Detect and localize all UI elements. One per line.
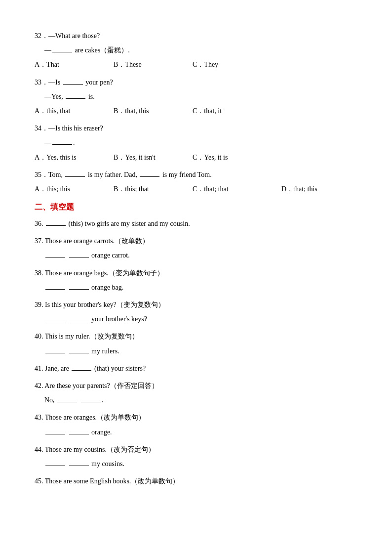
- q32-option-a: A．That: [35, 58, 114, 71]
- q43-text: 43. Those are oranges.（改为单数句）: [35, 411, 362, 424]
- question-45: 45. Those are some English books.（改为单数句）: [35, 475, 362, 487]
- q43-blank1: [45, 434, 65, 434]
- q39-answer: your brother's keys?: [44, 313, 362, 325]
- q33-option-a: A．this, that: [35, 105, 114, 117]
- q39-blank1: [45, 321, 65, 321]
- q34-option-a: A．Yes, this is: [35, 151, 114, 164]
- q34-blank: [52, 144, 72, 145]
- question-37: 37. Those are orange carrots.（改单数） orang…: [35, 235, 362, 261]
- q33-blank2: [66, 98, 85, 99]
- q38-blank2: [69, 289, 89, 290]
- question-35: 35．Tom, is my father. Dad, is my friend …: [35, 169, 362, 195]
- q33-option-c: C．that, it: [193, 105, 272, 117]
- q35-prompt: 35．Tom, is my father. Dad, is my friend …: [35, 169, 362, 181]
- q42-answer: No, .: [44, 394, 362, 406]
- q43-answer: orange.: [44, 426, 362, 438]
- q44-text: 44. Those are my cousins.（改为否定句）: [35, 443, 362, 456]
- q40-blank1: [45, 353, 65, 353]
- q39-text: 39. Is this your brother's key?（变为复数句）: [35, 299, 362, 311]
- q37-blank1: [45, 257, 65, 257]
- q40-answer: my rulers.: [44, 345, 362, 357]
- q33-option-b: B．that, this: [114, 105, 193, 117]
- q32-option-b: B．These: [114, 58, 193, 71]
- q43-blank2: [69, 434, 89, 434]
- q35-blank1: [65, 176, 85, 177]
- q35-options: A．this; this B．this; that C．that; that D…: [35, 183, 362, 195]
- question-39: 39. Is this your brother's key?（变为复数句） y…: [35, 299, 362, 325]
- q35-option-d: D．that; this: [281, 183, 360, 195]
- question-32: 32．—What are those? — are cakes（蛋糕）. A．T…: [35, 30, 362, 71]
- q40-blank2: [69, 353, 89, 353]
- q32-prompt: 32．—What are those?: [35, 30, 362, 42]
- q38-text: 38. Those are orange bags.（变为单数句子）: [35, 267, 362, 279]
- q34-option-b: B．Yes, it isn't: [114, 151, 193, 164]
- question-34: 34．—Is this his eraser? —. A．Yes, this i…: [35, 122, 362, 164]
- q35-option-a: A．this; this: [35, 183, 114, 195]
- q39-blank2: [69, 321, 89, 321]
- q32-options: A．That B．These C．They: [35, 58, 362, 71]
- q37-blank2: [69, 257, 89, 257]
- question-36: 36. (this) two girls are my sister and m…: [35, 217, 362, 230]
- q37-answer: orange carrot.: [44, 249, 362, 261]
- q32-option-c: C．They: [193, 58, 272, 71]
- question-40: 40. This is my ruler.（改为复数句） my rulers.: [35, 330, 362, 357]
- q37-text: 37. Those are orange carrots.（改单数）: [35, 235, 362, 247]
- q42-blank2: [81, 402, 101, 402]
- question-38: 38. Those are orange bags.（变为单数句子） orang…: [35, 267, 362, 294]
- q33-prompt: 33．—Is your pen?: [35, 76, 362, 88]
- q35-blank2: [140, 176, 159, 177]
- page-content: 32．—What are those? — are cakes（蛋糕）. A．T…: [35, 30, 362, 487]
- q44-answer: my cousins.: [44, 458, 362, 470]
- question-43: 43. Those are oranges.（改为单数句） orange.: [35, 411, 362, 438]
- q44-blank1: [45, 466, 65, 466]
- q33-options: A．this, that B．that, this C．that, it: [35, 105, 362, 117]
- question-44: 44. Those are my cousins.（改为否定句） my cous…: [35, 443, 362, 470]
- q34-prompt: 34．—Is this his eraser?: [35, 122, 362, 134]
- q41-blank: [72, 370, 91, 371]
- q40-text: 40. This is my ruler.（改为复数句）: [35, 330, 362, 342]
- question-42: 42. Are these your parents?（作否定回答） No, .: [35, 380, 362, 406]
- section2-title: 二、填空题: [35, 202, 362, 213]
- q36-text: 36. (this) two girls are my sister and m…: [35, 217, 362, 230]
- q33-sub: —Yes, is.: [44, 90, 362, 103]
- q36-blank: [46, 225, 66, 226]
- question-33: 33．—Is your pen? —Yes, is. A．this, that …: [35, 76, 362, 118]
- q32-blank: [52, 52, 72, 52]
- q33-blank1: [63, 84, 83, 85]
- q44-blank2: [69, 466, 89, 466]
- q38-answer: orange bag.: [44, 281, 362, 294]
- q42-blank1: [57, 402, 77, 402]
- q45-text: 45. Those are some English books.（改为单数句）: [35, 475, 362, 487]
- q38-blank1: [45, 289, 65, 290]
- question-41: 41. Jane, are (that) your sisters?: [35, 362, 362, 375]
- q34-option-c: C．Yes, it is: [193, 151, 272, 164]
- q42-text: 42. Are these your parents?（作否定回答）: [35, 380, 362, 392]
- q35-option-b: B．this; that: [114, 183, 193, 195]
- q34-options: A．Yes, this is B．Yes, it isn't C．Yes, it…: [35, 151, 362, 164]
- q32-sub: — are cakes（蛋糕）.: [44, 44, 362, 56]
- q41-text: 41. Jane, are (that) your sisters?: [35, 362, 362, 375]
- q35-option-c: C．that; that: [193, 183, 281, 195]
- q34-sub: —.: [44, 136, 362, 149]
